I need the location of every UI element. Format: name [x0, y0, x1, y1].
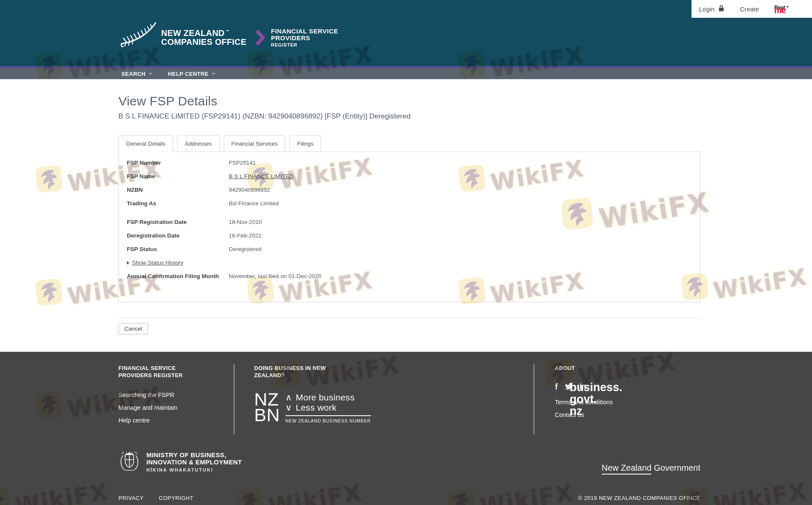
cancel-button[interactable]: Cancel: [118, 323, 148, 334]
detail-row-trading-as: Trading As Bsl Finance Limited: [127, 200, 691, 208]
footer-col-nzbn: DOING BUSINESS IN NEW ZEALAND? NZ BN ∧Mo…: [234, 364, 534, 434]
tab-general-details[interactable]: General Details: [118, 135, 173, 152]
footer-heading-about: ABOUT: [555, 364, 646, 372]
footer-col-fspr: FINANCIAL SERVICE PROVIDERS REGISTER Sea…: [118, 364, 234, 434]
top-header: NEW ZEALAND™ COMPANIES OFFICE FINANCIAL …: [0, 0, 812, 66]
realme-dot: [787, 6, 788, 8]
actions-divider: [118, 318, 700, 318]
footer-link-privacy[interactable]: PRIVACY: [118, 495, 144, 501]
field-value: November, last filed on 01-Dec-2020: [229, 273, 321, 279]
field-label: FSP Number: [127, 160, 229, 166]
coat-of-arms-icon: [118, 448, 140, 475]
detail-row-deregistration-date: Deregistration Date 16-Feb-2022: [127, 232, 691, 240]
show-status-history-link[interactable]: Show Status History: [127, 259, 184, 266]
nz-government-logo[interactable]: New Zealand Government: [602, 463, 700, 473]
wikifx-eagle-icon: [35, 165, 63, 193]
detail-row-fsp-number: FSP Number FSP29141: [127, 160, 691, 168]
field-label: FSP Status: [127, 246, 229, 252]
arrow-right-icon: [127, 261, 129, 265]
detail-tabs: General Details Addresses Financial Serv…: [118, 135, 700, 152]
field-label: FSP Name: [127, 173, 229, 179]
footer-heading-fspr: FINANCIAL SERVICE PROVIDERS REGISTER: [118, 364, 209, 379]
wikifx-watermark: WikiFX: [682, 268, 807, 300]
detail-row-nzbn: NZBN 9429040896892: [127, 187, 691, 195]
login-button[interactable]: Login: [699, 5, 724, 13]
realme-logo[interactable]: Real me: [774, 6, 786, 12]
mbie-logo[interactable]: MINISTRY OF BUSINESS, INNOVATION & EMPLO…: [118, 448, 242, 475]
detail-row-registration-date: FSP Registration Date 18-Nov-2010: [127, 219, 691, 227]
fern-logo-icon: [120, 21, 157, 49]
brand-wordmark: NEW ZEALAND™ COMPANIES OFFICE: [161, 27, 247, 47]
login-box: Login Create Real me: [691, 0, 812, 18]
chevron-right-icon: [255, 29, 265, 48]
field-label: Deregistration Date: [127, 232, 229, 239]
nzbn-tagline: ∧More business ∨Less work NEW ZEALAND BU…: [285, 392, 371, 423]
fsp-summary-line: B S L FINANCE LIMITED (FSP29141) (NZBN: …: [118, 112, 700, 121]
nzbn-letters: NZ BN: [254, 392, 280, 423]
footer-link-help-centre[interactable]: Help centre: [118, 417, 234, 424]
fsp-name-link[interactable]: B S L FINANCE LIMITED: [229, 173, 294, 179]
footer-link-copyright[interactable]: COPYRIGHT: [159, 495, 194, 501]
nzbn-caption: NEW ZEALAND BUSINESS NUMBER: [285, 415, 371, 423]
companies-office-logo[interactable]: NEW ZEALAND™ COMPANIES OFFICE FINANCIAL …: [120, 21, 338, 49]
realme-me-label: me: [774, 8, 786, 12]
business-govt-nz-logo[interactable]: business. govt. nz: [570, 381, 623, 417]
login-label: Login: [699, 6, 715, 13]
facebook-icon[interactable]: f: [555, 381, 558, 392]
field-label: FSP Registration Date: [127, 219, 229, 225]
field-value: 18-Nov-2010: [229, 219, 262, 225]
trademark-symbol: ™: [225, 29, 229, 33]
nav-item-help-centre[interactable]: HELP CENTRE: [168, 71, 216, 77]
detail-row-fsp-name: FSP Name B S L FINANCE LIMITED: [127, 173, 691, 181]
tab-financial-services[interactable]: Financial Services: [224, 135, 285, 152]
nav-item-search[interactable]: SEARCH: [121, 71, 153, 77]
page-footer: FINANCIAL SERVICE PROVIDERS REGISTER Sea…: [0, 352, 812, 505]
detail-row-fsp-status: FSP Status Deregistered: [127, 246, 691, 254]
status-history-row: Show Status History: [127, 259, 691, 268]
lock-icon: [719, 5, 724, 13]
field-value: 9429040896892: [229, 187, 270, 193]
detail-row-filing-month: Annual Confirmation Filing Month Novembe…: [127, 273, 691, 281]
general-details-panel: FSP Number FSP29141 FSP Name B S L FINAN…: [118, 152, 700, 302]
footer-heading-doing-business: DOING BUSINESS IN NEW ZEALAND?: [254, 364, 345, 379]
wikifx-eagle-icon: [35, 278, 63, 306]
main-nav: SEARCH HELP CENTRE: [0, 68, 812, 79]
field-label: NZBN: [127, 187, 229, 193]
field-value: Bsl Finance Limited: [229, 200, 279, 207]
tab-addresses[interactable]: Addresses: [177, 135, 219, 152]
caret-down-icon: [148, 73, 153, 75]
field-value: Deregistered: [229, 246, 261, 252]
mbie-wordmark: MINISTRY OF BUSINESS, INNOVATION & EMPLO…: [146, 451, 242, 472]
copyright-notice: © 2019 NEW ZEALAND COMPANIES OFFICE: [578, 495, 700, 501]
field-label: Trading As: [127, 200, 229, 207]
field-label: Annual Confirmation Filing Month: [127, 273, 229, 279]
create-button[interactable]: Create: [740, 6, 759, 13]
field-value: 16-Feb-2022: [229, 232, 261, 239]
caret-down-icon: [211, 73, 216, 75]
nzbn-logo[interactable]: NZ BN ∧More business ∨Less work NEW ZEAL…: [254, 392, 534, 423]
field-value: FSP29141: [229, 160, 256, 166]
footer-link-manage-maintain[interactable]: Manage and maintain: [118, 404, 234, 411]
main-content: View FSP Details B S L FINANCE LIMITED (…: [118, 94, 700, 334]
footer-link-searching-fspr[interactable]: Searching the FSPR: [118, 392, 234, 398]
register-wordmark: FINANCIAL SERVICE PROVIDERS REGISTER: [271, 28, 338, 47]
wikifx-watermark-text: WikiFX: [711, 263, 809, 304]
tab-filings[interactable]: Filings: [289, 135, 321, 152]
page-title: View FSP Details: [118, 94, 700, 108]
